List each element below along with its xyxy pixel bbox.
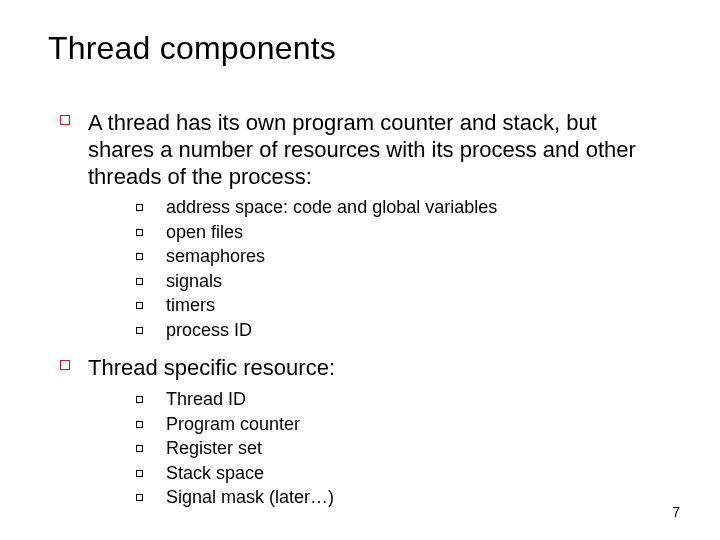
slide-title: Thread components	[48, 30, 336, 67]
slide-body: A thread has its own program counter and…	[60, 110, 660, 523]
bullet-level2: Program counter	[136, 413, 660, 436]
bullet-level1: Thread specific resource:	[60, 355, 660, 382]
square-bullet-small-icon	[136, 278, 166, 285]
bullet-level2: Stack space	[136, 462, 660, 485]
slide: Thread components A thread has its own p…	[0, 0, 720, 540]
bullet-level2: semaphores	[136, 245, 660, 268]
sub-bullet-text: semaphores	[166, 245, 265, 268]
bullet-level1: A thread has its own program counter and…	[60, 110, 660, 190]
square-bullet-small-icon	[136, 327, 166, 334]
sub-bullet-text: timers	[166, 294, 215, 317]
sub-bullet-text: process ID	[166, 319, 252, 342]
sub-bullet-text: Stack space	[166, 462, 264, 485]
square-bullet-small-icon	[136, 396, 166, 403]
bullet-level2: process ID	[136, 319, 660, 342]
square-bullet-small-icon	[136, 445, 166, 452]
bullet-level2: signals	[136, 270, 660, 293]
sub-bullet-text: Thread ID	[166, 388, 246, 411]
square-bullet-outline-icon	[60, 110, 88, 190]
sub-bullet-text: address space: code and global variables	[166, 196, 497, 219]
square-bullet-outline-icon	[60, 355, 88, 382]
sublist: Thread ID Program counter Register set S…	[136, 388, 660, 509]
bullet-text: Thread specific resource:	[88, 355, 335, 382]
sub-bullet-text: Register set	[166, 437, 262, 460]
square-bullet-small-icon	[136, 421, 166, 428]
square-bullet-small-icon	[136, 229, 166, 236]
bullet-level2: timers	[136, 294, 660, 317]
sub-bullet-text: signals	[166, 270, 222, 293]
bullet-text: A thread has its own program counter and…	[88, 110, 660, 190]
sublist: address space: code and global variables…	[136, 196, 660, 341]
square-bullet-small-icon	[136, 302, 166, 309]
square-bullet-small-icon	[136, 253, 166, 260]
bullet-level2: open files	[136, 221, 660, 244]
sub-bullet-text: Program counter	[166, 413, 300, 436]
page-number: 7	[672, 504, 680, 520]
sub-bullet-text: Signal mask (later…)	[166, 486, 334, 509]
bullet-level2: Signal mask (later…)	[136, 486, 660, 509]
bullet-level2: Thread ID	[136, 388, 660, 411]
sub-bullet-text: open files	[166, 221, 243, 244]
square-bullet-small-icon	[136, 204, 166, 211]
bullet-level2: Register set	[136, 437, 660, 460]
bullet-level2: address space: code and global variables	[136, 196, 660, 219]
square-bullet-small-icon	[136, 470, 166, 477]
square-bullet-small-icon	[136, 494, 166, 501]
